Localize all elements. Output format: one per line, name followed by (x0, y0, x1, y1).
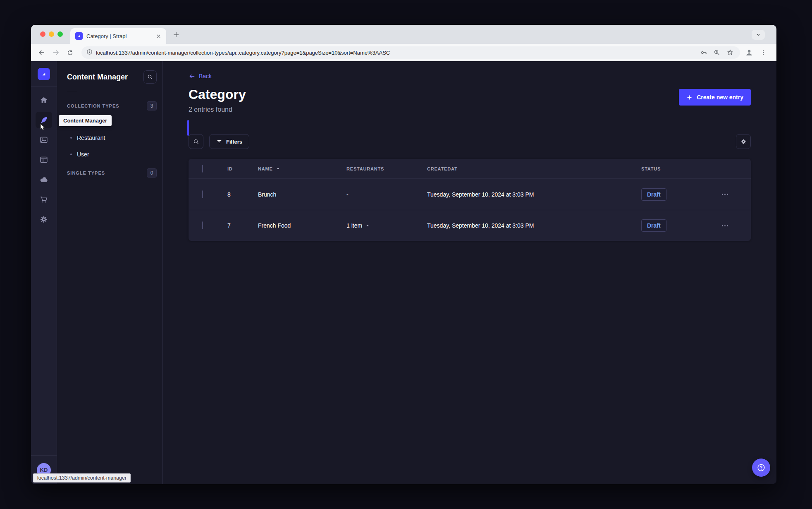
row-actions-button[interactable] (722, 225, 728, 226)
url-text[interactable]: localhost:1337/admin/content-manager/col… (96, 50, 695, 56)
close-tab-icon[interactable] (155, 32, 162, 40)
subnav-search-button[interactable] (143, 70, 157, 84)
sort-ascending-icon (276, 166, 280, 171)
maximize-window-button[interactable] (57, 31, 63, 37)
collection-types-label: COLLECTION TYPES (67, 103, 119, 108)
filters-button[interactable]: Filters (209, 134, 249, 149)
chevron-down-icon (365, 223, 370, 228)
sidebar-item-settings[interactable] (36, 211, 52, 228)
cell-restaurants-expand[interactable]: 1 item (346, 222, 427, 229)
status-badge: Draft (641, 188, 666, 201)
single-types-count-badge: 0 (147, 168, 157, 178)
browser-menu-icon[interactable] (757, 47, 769, 58)
cell-name: French Food (258, 222, 346, 229)
view-settings-button[interactable] (736, 134, 751, 149)
strapi-logo[interactable] (38, 68, 50, 80)
single-types-label: SINGLE TYPES (67, 170, 105, 175)
column-header-name[interactable]: NAME (258, 166, 346, 171)
sidebar-item-home[interactable] (36, 92, 52, 108)
sidebar-item-media-library[interactable] (36, 132, 52, 148)
table-row[interactable]: 8 Brunch - Tuesday, September 10, 2024 a… (189, 179, 751, 210)
sidebar-item-marketplace[interactable] (36, 191, 52, 208)
strapi-favicon (75, 32, 83, 40)
site-info-icon[interactable] (86, 49, 93, 57)
profile-icon[interactable] (743, 47, 755, 58)
table-header-row: ID NAME RESTAURANTS CREATEDAT STATUS (189, 159, 751, 179)
select-all-checkbox[interactable] (202, 165, 203, 173)
close-window-button[interactable] (40, 31, 45, 37)
browser-toolbar: localhost:1337/admin/content-manager/col… (31, 44, 776, 61)
row-actions-button[interactable] (722, 194, 728, 195)
divider (67, 92, 77, 92)
tab-search-chevron-icon[interactable] (752, 30, 765, 40)
password-key-icon[interactable] (699, 48, 709, 58)
filter-icon (216, 139, 222, 145)
back-arrow-icon (189, 73, 196, 80)
zoom-page-icon[interactable] (712, 48, 722, 58)
collection-types-count-badge: 3 (147, 101, 157, 110)
subnav-item-user[interactable]: User (57, 146, 162, 163)
tab-title: Category | Strapi (86, 33, 155, 39)
entries-count: 2 entries found (189, 105, 246, 114)
link-preview-status-bar: localhost:1337/admin/content-manager (33, 473, 131, 483)
cell-restaurants: - (346, 191, 427, 198)
search-button[interactable] (189, 134, 203, 149)
mouse-cursor (39, 123, 46, 133)
column-header-id[interactable]: ID (227, 166, 258, 171)
column-header-status[interactable]: STATUS (641, 166, 722, 171)
status-badge: Draft (641, 219, 666, 232)
url-bar[interactable]: localhost:1337/admin/content-manager/col… (81, 46, 740, 59)
minimize-window-button[interactable] (49, 31, 54, 37)
main-content: Back Category 2 entries found Create new… (163, 61, 776, 484)
column-header-createdat[interactable]: CREATEDAT (427, 166, 641, 171)
sidebar-item-cloud[interactable] (36, 171, 52, 188)
subnav-item-restaurant[interactable]: Restaurant (57, 130, 162, 146)
forward-nav-icon[interactable] (50, 47, 62, 58)
cell-createdat: Tuesday, September 10, 2024 at 3:03 PM (427, 191, 641, 198)
sidebar-item-content-type-builder[interactable] (36, 151, 52, 168)
help-button[interactable] (752, 459, 770, 477)
bullet-icon (70, 154, 72, 155)
cell-name: Brunch (258, 191, 346, 198)
row-checkbox[interactable] (202, 221, 203, 229)
cell-id: 8 (227, 191, 258, 198)
bullet-icon (70, 137, 72, 139)
cell-createdat: Tuesday, September 10, 2024 at 3:03 PM (427, 222, 641, 229)
back-nav-icon[interactable] (36, 47, 48, 58)
table-row[interactable]: 7 French Food 1 item Tuesday, September … (189, 210, 751, 241)
column-header-restaurants[interactable]: RESTAURANTS (346, 166, 427, 171)
page-title: Category (189, 86, 246, 103)
back-link[interactable]: Back (189, 72, 212, 80)
reload-icon[interactable] (64, 47, 76, 58)
new-tab-button[interactable] (172, 30, 181, 39)
cell-id: 7 (227, 222, 258, 229)
row-checkbox[interactable] (202, 190, 203, 198)
subnav-scrollbar-thumb[interactable] (187, 120, 189, 136)
browser-tab[interactable]: Category | Strapi (70, 28, 166, 44)
subnav-title: Content Manager (67, 73, 128, 82)
plus-icon (686, 94, 693, 101)
browser-window: Category | Strapi localhost:1337/admin/c… (31, 25, 776, 484)
create-new-entry-button[interactable]: Create new entry (679, 89, 751, 106)
strapi-app: KD Content Manager COLLECTION TYPES 3 Ca… (31, 61, 776, 484)
window-controls (40, 31, 63, 37)
tab-strip: Category | Strapi (31, 25, 776, 44)
bookmark-star-icon[interactable] (725, 48, 735, 58)
entries-table: ID NAME RESTAURANTS CREATEDAT STATUS 8 B… (189, 159, 751, 241)
content-manager-tooltip: Content Manager (59, 115, 112, 126)
